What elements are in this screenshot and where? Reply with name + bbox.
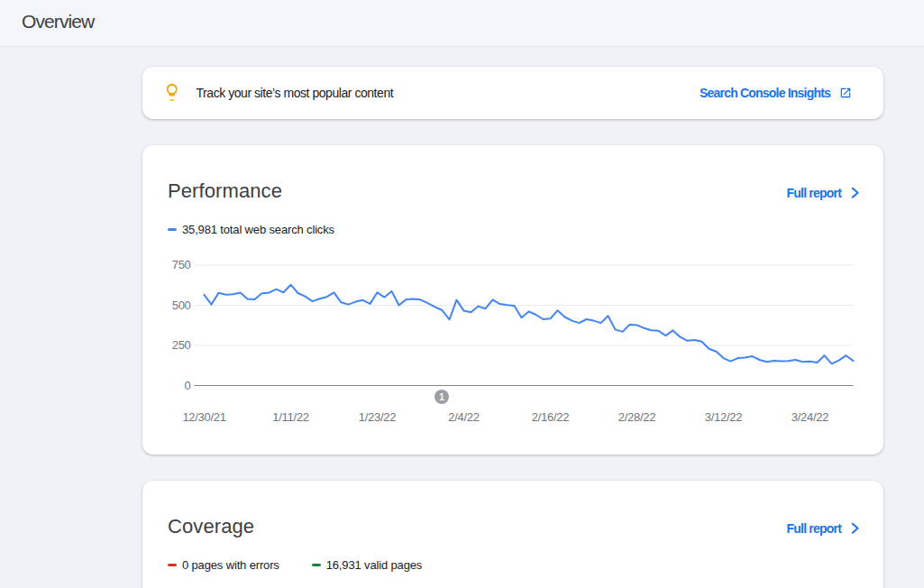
svg-text:0: 0 [185,379,191,392]
svg-text:250: 250 [172,338,191,352]
svg-text:3/12/22: 3/12/22 [705,410,742,424]
svg-text:1: 1 [439,392,444,402]
svg-text:2/4/22: 2/4/22 [448,410,479,424]
svg-text:12/30/21: 12/30/21 [182,410,225,424]
svg-text:1/11/22: 1/11/22 [272,410,308,424]
svg-text:500: 500 [172,299,191,312]
svg-text:1/23/22: 1/23/22 [359,410,396,424]
svg-text:2/28/22: 2/28/22 [618,410,655,424]
svg-text:2/16/22: 2/16/22 [532,410,569,424]
svg-text:3/24/22: 3/24/22 [791,410,828,424]
svg-text:750: 750 [172,258,191,271]
